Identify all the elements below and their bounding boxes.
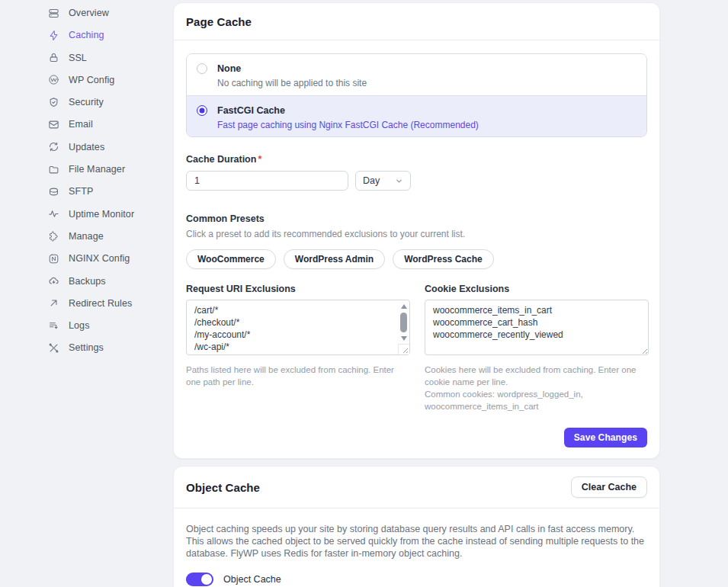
object-cache-title: Object Cache [186, 481, 260, 494]
cache-option-fastcgi[interactable]: FastCGI Cache Fast page caching using Ng… [187, 95, 646, 136]
shield-check-icon [47, 96, 59, 108]
puzzle-icon [47, 230, 59, 242]
request-uri-exclusions-textarea[interactable]: /cart/* /checkout/* /my-account/* /wc-ap… [186, 300, 410, 355]
sidebar-item-updates[interactable]: Updates [0, 140, 173, 155]
object-cache-toggle[interactable] [186, 573, 213, 586]
object-cache-card: Object Cache Clear Cache Object caching … [173, 466, 660, 587]
sidebar-item-label: Updates [69, 142, 104, 152]
sidebar-item-label: WP Config [69, 75, 114, 85]
log-lines-icon [47, 319, 59, 332]
sidebar-item-nginx-config[interactable]: NGINX Config [0, 251, 173, 266]
sidebar-item-label: Uptime Monitor [69, 209, 134, 220]
sidebar-item-label: Email [69, 119, 93, 130]
cookie-exclusions-textarea[interactable]: woocommerce_items_in_cart woocommerce_ca… [425, 300, 649, 355]
cache-option-fastcgi-description: Fast page caching using Nginx FastCGI Ca… [217, 120, 634, 130]
sidebar-item-file-manager[interactable]: File Manager [0, 162, 173, 177]
cache-option-none-label: None [217, 63, 241, 74]
sidebar-item-label: Redirect Rules [69, 298, 132, 309]
folder-icon [47, 163, 59, 175]
sidebar-item-backups[interactable]: Backups [0, 274, 173, 289]
cache-duration-input[interactable] [186, 171, 348, 191]
cookie-exclusions-column: Cookie Exclusions woocommerce_items_in_c… [425, 284, 649, 412]
scrollbar-thumb[interactable] [400, 313, 407, 332]
sidebar-item-label: File Manager [69, 164, 125, 175]
request-uri-exclusions-column: Request URI Exclusions /cart/* /checkout… [186, 284, 410, 412]
toggle-knob [201, 574, 212, 585]
cache-option-none-description: No caching will be applied to this site [217, 78, 634, 88]
cookie-exclusions-label: Cookie Exclusions [425, 284, 649, 294]
cache-duration-unit-select[interactable]: Day [355, 171, 411, 191]
resize-grip-icon[interactable] [401, 346, 408, 353]
sidebar-item-sftp[interactable]: SFTP [0, 184, 173, 199]
sidebar-item-ssl[interactable]: SSL [0, 50, 173, 66]
radio-none[interactable] [197, 63, 207, 74]
arrow-up-right-icon [47, 297, 59, 310]
envelope-icon [47, 118, 59, 130]
sidebar-item-manage[interactable]: Manage [0, 229, 173, 244]
clear-cache-button[interactable]: Clear Cache [571, 476, 647, 498]
cache-type-option-group: None No caching will be applied to this … [186, 53, 647, 137]
sidebar-item-settings[interactable]: Settings [0, 340, 173, 355]
cookie-exclusions-help: Cookies here will be excluded from cachi… [425, 364, 649, 412]
main-content: Page Cache None No caching will be appli… [173, 2, 660, 587]
sidebar-item-logs[interactable]: Logs [0, 318, 173, 333]
chevron-down-icon [395, 177, 403, 185]
tools-icon [47, 342, 59, 354]
sidebar-item-wp-config[interactable]: WP Config [0, 72, 173, 88]
preset-wordpress-admin-button[interactable]: WordPress Admin [284, 249, 385, 269]
refresh-icon [47, 141, 59, 153]
cloud-download-icon [47, 275, 59, 287]
sidebar-item-uptime-monitor[interactable]: Uptime Monitor [0, 207, 173, 222]
page-cache-title: Page Cache [186, 15, 252, 28]
object-cache-header: Object Cache Clear Cache [174, 467, 659, 508]
object-cache-toggle-label: Object Cache [223, 574, 281, 585]
sidebar-item-security[interactable]: Security [0, 95, 173, 110]
required-asterisk: * [258, 154, 261, 165]
selected-unit: Day [363, 175, 380, 186]
sidebar-item-label: Backups [69, 276, 106, 287]
lightning-icon [47, 29, 59, 41]
request-uri-exclusions-label: Request URI Exclusions [186, 284, 410, 294]
scrollbar-up-arrow[interactable] [401, 304, 407, 309]
lock-icon [47, 52, 59, 64]
server-icon [47, 185, 59, 197]
cache-option-fastcgi-label: FastCGI Cache [217, 105, 285, 116]
sidebar-item-email[interactable]: Email [0, 117, 173, 132]
activity-icon [47, 208, 59, 220]
common-presets-hint: Click a preset to add its recommended ex… [186, 229, 647, 239]
save-changes-button[interactable]: Save Changes [564, 428, 647, 447]
sidebar-item-label: SSL [69, 53, 87, 63]
preset-wordpress-cache-button[interactable]: WordPress Cache [393, 249, 494, 269]
cache-duration-label: Cache Duration* [186, 154, 647, 165]
server-stack-icon [47, 7, 59, 19]
sidebar-item-label: Logs [69, 320, 90, 331]
sidebar-item-redirect-rules[interactable]: Redirect Rules [0, 296, 173, 311]
nginx-icon [47, 252, 59, 265]
request-uri-exclusions-help: Paths listed here will be excluded from … [186, 364, 410, 388]
preset-woocommerce-button[interactable]: WooCommerce [186, 249, 276, 269]
sidebar-item-label: Manage [69, 231, 104, 242]
radio-fastcgi[interactable] [197, 105, 207, 116]
cache-option-none[interactable]: None No caching will be applied to this … [187, 54, 646, 95]
object-cache-description: Object caching speeds up your site by st… [186, 523, 647, 560]
sidebar-item-caching[interactable]: Caching [0, 27, 173, 43]
preset-pill-row: WooCommerce WordPress Admin WordPress Ca… [186, 249, 647, 269]
sidebar-item-label: Caching [69, 30, 104, 40]
wordpress-icon [47, 74, 59, 86]
sidebar-item-label: Overview [69, 8, 109, 18]
page-cache-card: Page Cache None No caching will be appli… [173, 2, 660, 459]
sidebar-item-label: NGINX Config [69, 253, 130, 264]
sidebar-item-label: SFTP [69, 186, 93, 197]
sidebar-item-overview[interactable]: Overview [0, 5, 173, 21]
resize-grip-cell [398, 344, 409, 354]
page-cache-header: Page Cache [174, 3, 659, 40]
scrollbar-down-arrow[interactable] [401, 336, 407, 341]
sidebar-item-label: Settings [69, 342, 104, 353]
sidebar: Overview Caching SSL WP Config Security … [0, 5, 173, 355]
sidebar-item-label: Security [69, 97, 104, 107]
common-presets-label: Common Presets [186, 213, 647, 224]
